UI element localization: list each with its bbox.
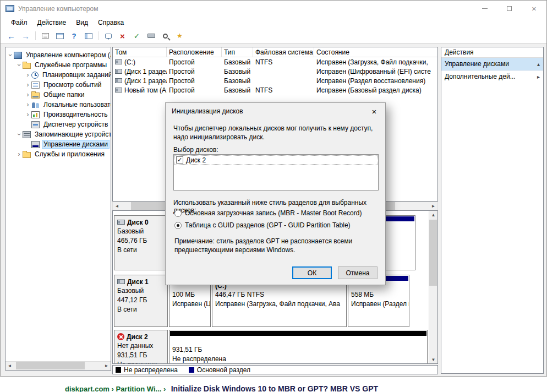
primary-partition-swatch <box>189 367 194 373</box>
scroll-left-button[interactable]: ◄ <box>113 202 121 210</box>
search-icon <box>163 34 168 39</box>
volume-row[interactable]: (C:) Простой Базовый NTFS Исправен (Загр… <box>113 57 437 67</box>
close-button[interactable]: × <box>522 1 546 17</box>
back-button[interactable]: ← <box>5 30 18 42</box>
scroll-right-button[interactable]: ► <box>102 362 111 369</box>
menu-action[interactable]: Действие <box>32 19 72 26</box>
tree-item-services[interactable]: › Службы и приложения <box>6 149 111 159</box>
volume-row[interactable]: Новый том (A:) Простой Базовый NTFS Испр… <box>113 85 437 95</box>
actions-more-label: Дополнительные дей... <box>445 73 516 80</box>
menu-help[interactable]: Справка <box>93 19 129 26</box>
result-breadcrumb[interactable]: diskpart.com › Partition Wi... › <box>65 385 166 392</box>
tree-item-system-tools[interactable]: › Служебные программы <box>6 60 111 70</box>
maximize-button[interactable] <box>497 1 522 17</box>
tree-item-storage[interactable]: › Запоминающие устройст <box>6 129 111 139</box>
ok-button[interactable]: ОК <box>292 266 332 279</box>
check-volume-button[interactable]: ✓ <box>130 30 143 42</box>
column-header-status[interactable]: Состояние <box>314 47 437 57</box>
collapse-chevron-icon[interactable]: › <box>16 62 23 68</box>
gpt-radio[interactable] <box>174 222 182 229</box>
tree-item-task-scheduler[interactable]: › Планировщик заданий <box>6 70 111 80</box>
volume-name: Новый том (A:) <box>124 86 167 94</box>
volume-row[interactable]: (Диск 1 раздел 4) Простой Базовый Исправ… <box>113 76 437 85</box>
disk-item-label: Диск 2 <box>186 156 206 164</box>
device-manager-icon <box>31 121 40 128</box>
actions-more-item[interactable]: Дополнительные дей... ▸ <box>441 70 543 83</box>
forward-button[interactable]: → <box>19 30 32 42</box>
result-title-link[interactable]: Initialize Disk Windows 10 to MBR or GPT… <box>171 384 378 392</box>
expand-chevron-icon[interactable]: › <box>25 91 31 98</box>
help-button[interactable]: ? <box>68 30 80 42</box>
column-header-layout[interactable]: Расположение <box>167 47 222 57</box>
tree-item-disk-management[interactable]: › Управление дисками <box>6 139 111 149</box>
tree-horizontal-scrollbar[interactable]: ◄ ► <box>6 361 111 370</box>
disk-type: Нет данных <box>117 341 165 351</box>
properties-button[interactable] <box>53 30 66 42</box>
expand-chevron-icon[interactable]: › <box>25 111 31 118</box>
disk2-header[interactable]: Диск 2 Нет данных 931,51 ГБ Не проиници.… <box>114 330 168 364</box>
back-icon: ← <box>7 32 15 40</box>
search-result-snippet: diskpart.com › Partition Wi... › Initial… <box>65 384 378 392</box>
toolbar: ← → ? × ✓ ★ <box>1 29 546 43</box>
drive-tool-button[interactable] <box>145 30 157 42</box>
gpt-option[interactable]: Таблица с GUID разделов (GPT - GUID Part… <box>174 221 351 229</box>
scroll-down-button[interactable]: ▼ <box>429 356 437 363</box>
volume-filesystem: NTFS <box>253 86 314 95</box>
favorites-button[interactable]: ★ <box>173 30 186 42</box>
search-button[interactable] <box>159 30 172 42</box>
dialog-close-button[interactable]: × <box>363 103 385 119</box>
delete-volume-button[interactable]: × <box>116 30 129 42</box>
collapse-chevron-icon[interactable]: › <box>7 52 14 58</box>
tree-item-performance[interactable]: › Производительность <box>6 110 111 119</box>
scrollbar-track[interactable] <box>429 219 437 356</box>
clock-icon <box>31 72 39 79</box>
actions-section-disk-management[interactable]: Управление дисками ▴ <box>441 58 543 70</box>
expand-chevron-icon[interactable]: › <box>25 72 31 78</box>
column-header-volume[interactable]: Том <box>113 47 167 57</box>
action-pane-button[interactable] <box>102 30 114 42</box>
menu-view[interactable]: Вид <box>71 19 93 26</box>
scrollbar-track[interactable] <box>14 362 102 370</box>
submenu-arrow-icon[interactable]: ▸ <box>537 74 540 80</box>
disk-list-item[interactable]: ✓ Диск 2 <box>174 155 378 165</box>
mbr-option[interactable]: Основная загрузочная запись (MBR - Maste… <box>174 209 362 217</box>
disk-listbox[interactable]: ✓ Диск 2 <box>173 154 379 190</box>
collapse-icon[interactable]: ▴ <box>537 61 540 67</box>
tree-item-shared-folders[interactable]: › Общие папки <box>6 90 111 100</box>
tree-item-event-viewer[interactable]: › Просмотр событий <box>6 80 111 90</box>
minimize-button[interactable] <box>472 1 497 17</box>
scrollbar-thumb[interactable] <box>429 220 437 286</box>
expand-chevron-icon[interactable]: › <box>16 151 22 157</box>
disk2-unallocated[interactable]: 931,51 ГБ Не распределена <box>169 330 428 364</box>
tree-item-device-manager[interactable]: › Диспетчер устройств <box>6 119 111 129</box>
expand-chevron-icon[interactable]: › <box>25 101 31 108</box>
console-tree-button[interactable] <box>82 30 95 42</box>
scroll-left-button[interactable]: ◄ <box>6 362 14 369</box>
scroll-right-button[interactable]: ► <box>429 202 437 210</box>
scroll-up-button[interactable]: ▲ <box>429 211 437 219</box>
disk0-header[interactable]: Диск 0 Базовый 465,76 ГБ В сети <box>114 215 168 270</box>
export-list-button[interactable] <box>39 30 52 42</box>
console-tree: › Управление компьютером (л › Служебные … <box>5 47 111 371</box>
disk-type: Базовый <box>117 227 165 236</box>
expand-chevron-icon[interactable]: › <box>25 81 31 88</box>
dialog-title: Инициализация дисков <box>172 107 243 115</box>
gpt-note: Примечание: стиль разделов GPT не распоз… <box>174 237 370 254</box>
collapse-chevron-icon[interactable]: › <box>16 132 23 138</box>
close-icon: × <box>372 107 377 116</box>
disk-management-icon <box>31 141 40 148</box>
disk1-header[interactable]: Диск 1 Базовый 447,12 ГБ В сети <box>114 275 168 327</box>
volume-row[interactable]: (Диск 1 раздел 1) Простой Базовый Исправ… <box>113 67 437 76</box>
vertical-scrollbar[interactable]: ▲ ▼ <box>429 211 437 363</box>
tree-item-computer-management[interactable]: › Управление компьютером (л <box>6 50 111 60</box>
column-header-type[interactable]: Тип <box>222 47 253 57</box>
column-header-filesystem[interactable]: Файловая система <box>253 47 314 57</box>
volume-status: Исправен (Шифрованный (EFI) систе <box>314 67 437 76</box>
cancel-button[interactable]: Отмена <box>338 266 378 279</box>
menu-file[interactable]: Файл <box>6 19 32 26</box>
scrollbar-thumb[interactable] <box>16 362 85 369</box>
mbr-radio[interactable] <box>174 210 182 217</box>
disk-name: Диск 1 <box>127 278 149 286</box>
disk2-checkbox[interactable]: ✓ <box>176 156 183 164</box>
tree-item-local-users[interactable]: › Локальные пользовате <box>6 100 111 110</box>
